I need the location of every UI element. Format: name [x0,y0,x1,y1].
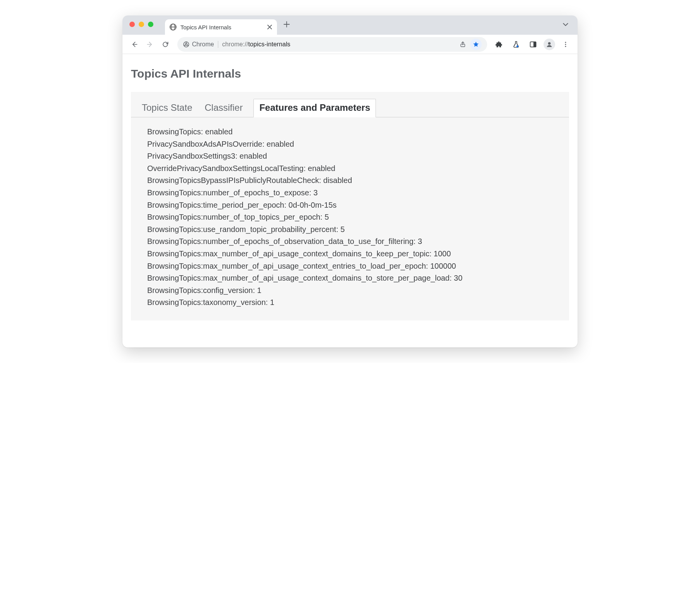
feature-row: PrivacySandboxAdsAPIsOverride: enabled [147,138,557,151]
page-title: Topics API Internals [131,67,569,80]
globe-icon [170,24,177,30]
back-button[interactable] [128,38,141,51]
forward-button[interactable] [143,38,156,51]
window-close-button[interactable] [129,22,135,27]
window-maximize-button[interactable] [148,22,153,27]
reload-button[interactable] [159,38,172,51]
profile-button[interactable] [544,39,555,50]
person-icon [545,41,553,48]
feature-row: BrowsingTopics:max_number_of_api_usage_c… [147,260,557,273]
feature-row: PrivacySandboxSettings3: enabled [147,150,557,163]
labs-button[interactable] [510,38,523,51]
feature-row: BrowsingTopics:max_number_of_api_usage_c… [147,272,557,285]
browser-tab[interactable]: Topics API Internals [165,19,277,35]
tab-topics-state[interactable]: Topics State [140,99,194,117]
close-tab-button[interactable] [267,24,272,30]
feature-row: OverridePrivacySandboxSettingsLocalTesti… [147,163,557,175]
extensions-button[interactable] [493,38,506,51]
feature-row: BrowsingTopics:time_period_per_epoch: 0d… [147,199,557,212]
feature-list: BrowsingTopics: enabledPrivacySandboxAds… [131,117,569,309]
tab-features-parameters[interactable]: Features and Parameters [253,99,376,117]
window-controls [129,22,153,27]
chrome-icon [183,41,190,48]
feature-row: BrowsingTopics:number_of_top_topics_per_… [147,211,557,224]
star-icon [472,41,479,48]
svg-point-7 [565,42,566,43]
toolbar: Chrome chrome://topics-internals [122,35,578,54]
browser-window: Topics API Internals [122,15,578,347]
tab-overflow-button[interactable] [562,21,571,28]
panel: Topics State Classifier Features and Par… [131,92,569,320]
side-panel-button[interactable] [527,38,540,51]
menu-button[interactable] [559,38,572,51]
svg-point-9 [565,46,566,47]
tab-strip: Topics API Internals [122,15,578,35]
address-bar[interactable]: Chrome chrome://topics-internals [177,37,487,52]
svg-rect-5 [533,42,536,47]
window-minimize-button[interactable] [139,22,144,27]
feature-row: BrowsingTopics:taxonomy_version: 1 [147,296,557,309]
share-icon[interactable] [459,41,466,48]
svg-point-8 [565,44,566,45]
feature-row: BrowsingTopics:use_random_topic_probabil… [147,224,557,236]
bookmark-button[interactable] [470,39,482,50]
page-content: Topics API Internals Topics State Classi… [122,54,578,347]
svg-point-3 [517,45,518,47]
feature-row: BrowsingTopics:config_version: 1 [147,285,557,297]
feature-row: BrowsingTopicsBypassIPIsPubliclyRoutable… [147,174,557,187]
chrome-chip: Chrome [183,41,218,48]
feature-row: BrowsingTopics:number_of_epochs_to_expos… [147,187,557,199]
svg-point-1 [185,43,187,45]
tab-bar: Topics State Classifier Features and Par… [131,92,569,117]
new-tab-button[interactable] [281,19,292,30]
tab-title: Topics API Internals [180,24,263,30]
tab-classifier[interactable]: Classifier [203,99,245,117]
svg-point-6 [548,42,551,45]
feature-row: BrowsingTopics:max_number_of_api_usage_c… [147,248,557,260]
url-text: chrome://topics-internals [222,41,291,48]
feature-row: BrowsingTopics:number_of_epochs_of_obser… [147,235,557,248]
toolbar-right [493,38,572,51]
chrome-label: Chrome [192,41,214,48]
feature-row: BrowsingTopics: enabled [147,126,557,138]
kebab-icon [562,41,569,48]
